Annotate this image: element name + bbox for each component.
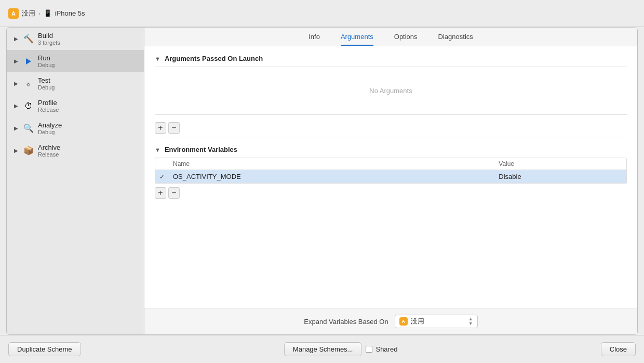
expand-vars-icon: A xyxy=(399,317,408,326)
args-remove-button[interactable]: − xyxy=(168,122,180,134)
env-section: ▼ Environment Variables Name Value xyxy=(144,137,637,202)
expand-vars-label: Expand Variables Based On xyxy=(304,318,388,326)
env-table-body: ✓ OS_ACTIVITY_MODE Disable xyxy=(155,170,626,184)
profile-icon: ⏱ xyxy=(23,101,34,111)
manage-schemes-button[interactable]: Manage Schemes... xyxy=(284,342,362,356)
no-args-message: No Arguments xyxy=(144,71,637,110)
title-bar-content: A 没用 › 📱 iPhone 5s xyxy=(8,8,85,19)
device-icon: 📱 xyxy=(44,9,52,17)
archive-sublabel: Release xyxy=(38,151,60,158)
args-content: No Arguments xyxy=(144,67,637,114)
env-remove-button[interactable]: − xyxy=(168,187,180,199)
xcode-icon: A xyxy=(8,8,19,19)
test-sublabel: Debug xyxy=(38,84,55,90)
footer: Duplicate Scheme Manage Schemes... Share… xyxy=(0,335,644,363)
analyze-icon: 🔍 xyxy=(23,123,34,134)
expand-vars-dropdown[interactable]: A 没用 ▲ ▼ xyxy=(395,315,478,328)
title-bar: A 没用 › 📱 iPhone 5s xyxy=(0,0,644,27)
env-add-button[interactable]: + xyxy=(155,187,166,199)
env-section-header: ▼ Environment Variables xyxy=(144,146,637,153)
analyze-text: Analyze Debug xyxy=(38,121,62,135)
shared-label: Shared xyxy=(375,345,397,353)
sidebar: ▶ 🔨 Build 3 targets ▶ Run Debug xyxy=(7,28,144,334)
sidebar-item-build[interactable]: ▶ 🔨 Build 3 targets xyxy=(7,28,144,50)
run-icon xyxy=(23,56,34,67)
build-text: Build 3 targets xyxy=(38,32,60,46)
env-table-container: Name Value ✓ OS_ACTIVITY_MODE Disable xyxy=(155,158,627,184)
expand-vars-bar: Expand Variables Based On A 没用 ▲ ▼ xyxy=(144,308,637,334)
archive-label: Archive xyxy=(38,144,60,151)
title-chevron: › xyxy=(38,10,41,17)
env-row-checkbox[interactable]: ✓ xyxy=(155,170,169,184)
tab-options[interactable]: Options xyxy=(394,33,418,46)
content-area: ▼ Arguments Passed On Launch No Argument… xyxy=(144,46,637,308)
analyze-arrow: ▶ xyxy=(13,125,19,131)
test-text: Test Debug xyxy=(38,76,55,90)
build-arrow: ▶ xyxy=(13,36,19,42)
arguments-collapse-icon[interactable]: ▼ xyxy=(155,56,160,62)
arguments-section-title: Arguments Passed On Launch xyxy=(165,55,263,62)
shared-checkbox[interactable] xyxy=(366,346,372,353)
footer-center: Manage Schemes... Shared xyxy=(81,342,601,356)
close-button[interactable]: Close xyxy=(601,342,636,356)
dialog-inner: ▶ 🔨 Build 3 targets ▶ Run Debug xyxy=(7,28,637,334)
args-add-remove-bar: + − xyxy=(144,119,637,137)
profile-text: Profile Release xyxy=(38,99,59,113)
tab-arguments[interactable]: Arguments xyxy=(341,33,373,46)
expand-vars-stepper[interactable]: ▲ ▼ xyxy=(468,317,473,326)
footer-left: Duplicate Scheme xyxy=(8,342,81,356)
env-collapse-icon[interactable]: ▼ xyxy=(155,147,160,153)
profile-sublabel: Release xyxy=(38,107,59,113)
args-add-button[interactable]: + xyxy=(155,122,166,134)
env-table-header-row: Name Value xyxy=(155,158,626,170)
profile-arrow: ▶ xyxy=(13,103,19,109)
env-table: Name Value ✓ OS_ACTIVITY_MODE Disable xyxy=(155,158,626,184)
main-content: Info Arguments Options Diagnostics ▼ Arg… xyxy=(144,28,637,334)
run-text: Run Debug xyxy=(38,54,55,68)
analyze-label: Analyze xyxy=(38,121,62,129)
archive-icon: 📦 xyxy=(23,146,34,156)
test-icon: ⬦ xyxy=(23,79,34,89)
build-icon: 🔨 xyxy=(23,34,34,44)
duplicate-scheme-button[interactable]: Duplicate Scheme xyxy=(8,342,81,356)
title-bar-project-label: 没用 xyxy=(22,9,35,18)
test-label: Test xyxy=(38,76,55,84)
env-check-col xyxy=(155,158,169,170)
run-sublabel: Debug xyxy=(38,62,55,68)
args-divider-bottom xyxy=(155,114,627,115)
tab-diagnostics[interactable]: Diagnostics xyxy=(438,33,473,46)
env-table-header: Name Value xyxy=(155,158,626,170)
arguments-section: ▼ Arguments Passed On Launch No Argument… xyxy=(144,46,637,137)
sidebar-item-run[interactable]: ▶ Run Debug xyxy=(7,50,144,72)
env-value-col: Value xyxy=(494,158,626,170)
archive-arrow: ▶ xyxy=(13,148,19,153)
expand-vars-value-text: 没用 xyxy=(411,317,424,326)
analyze-sublabel: Debug xyxy=(38,129,62,135)
run-arrow: ▶ xyxy=(13,58,19,64)
arguments-section-header: ▼ Arguments Passed On Launch xyxy=(144,55,637,62)
run-label: Run xyxy=(38,54,55,62)
sidebar-item-profile[interactable]: ▶ ⏱ Profile Release xyxy=(7,95,144,117)
sidebar-item-archive[interactable]: ▶ 📦 Archive Release xyxy=(7,139,144,162)
sidebar-item-analyze[interactable]: ▶ 🔍 Analyze Debug xyxy=(7,117,144,139)
test-arrow: ▶ xyxy=(13,81,19,86)
table-row[interactable]: ✓ OS_ACTIVITY_MODE Disable xyxy=(155,170,626,184)
build-sublabel: 3 targets xyxy=(38,40,60,46)
footer-right: Close xyxy=(601,342,636,356)
tab-info[interactable]: Info xyxy=(308,33,320,46)
env-row-value[interactable]: Disable xyxy=(494,170,626,184)
sidebar-item-test[interactable]: ▶ ⬦ Test Debug xyxy=(7,72,144,95)
env-name-col: Name xyxy=(169,158,494,170)
profile-label: Profile xyxy=(38,99,59,107)
build-label: Build xyxy=(38,32,60,40)
archive-text: Archive Release xyxy=(38,144,60,158)
env-row-name[interactable]: OS_ACTIVITY_MODE xyxy=(169,170,494,184)
tab-bar: Info Arguments Options Diagnostics xyxy=(144,28,637,46)
env-add-remove-bar: + − xyxy=(144,184,637,202)
title-bar-device-label: iPhone 5s xyxy=(55,9,85,17)
env-section-title: Environment Variables xyxy=(165,146,237,153)
scheme-dialog: ▶ 🔨 Build 3 targets ▶ Run Debug xyxy=(6,27,638,335)
shared-container: Shared xyxy=(366,345,397,353)
